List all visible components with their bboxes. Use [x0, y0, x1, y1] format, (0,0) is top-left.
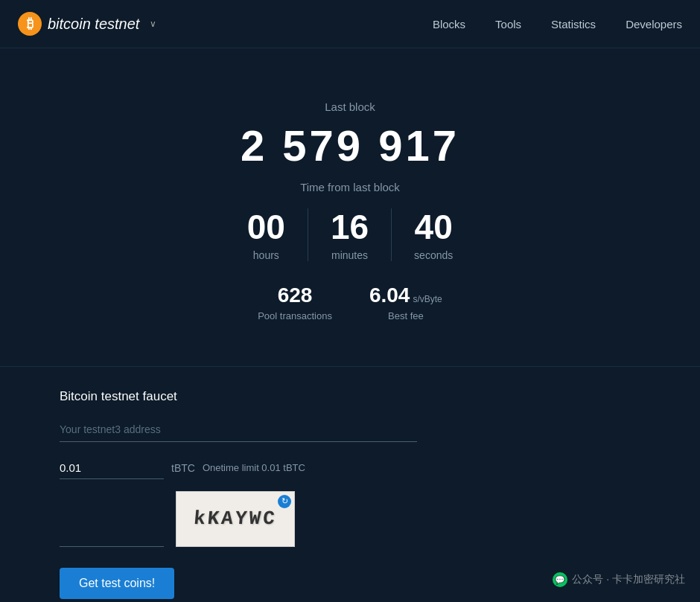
captcha-input-area[interactable] — [60, 491, 164, 547]
nav-tools[interactable]: Tools — [495, 18, 521, 31]
nav-statistics[interactable]: Statistics — [551, 18, 596, 31]
timer-hours: 00 hours — [225, 208, 308, 261]
faucet-title: Bitcoin testnet faucet — [60, 389, 640, 404]
watermark: 💬 公众号 · 卡卡加密研究社 — [553, 572, 685, 587]
wechat-icon: 💬 — [553, 572, 567, 587]
onetime-limit: Onetime limit 0.01 tBTC — [203, 462, 305, 473]
watermark-text: 公众号 · 卡卡加密研究社 — [572, 573, 685, 586]
dropdown-arrow-icon[interactable]: ∨ — [150, 19, 156, 29]
pool-tx-label: Pool transactions — [258, 310, 332, 321]
nav-developers[interactable]: Developers — [626, 18, 682, 31]
hours-value: 00 — [247, 208, 285, 246]
seconds-unit: seconds — [414, 249, 453, 261]
amount-row: tBTC Onetime limit 0.01 tBTC — [60, 457, 640, 479]
hours-unit: hours — [253, 249, 279, 261]
best-fee-value: 6.04 — [369, 284, 410, 307]
timer-seconds: 40 seconds — [392, 208, 475, 261]
get-test-coins-button[interactable]: Get test coins! — [60, 568, 174, 599]
amount-currency: tBTC — [171, 462, 195, 474]
stats-row: 628 Pool transactions 6.04 s/vByte Best … — [258, 284, 442, 321]
logo: ₿ bitcoin testnet ∨ — [18, 12, 156, 36]
captcha-row: kKAYWC ↻ — [60, 491, 640, 547]
bitcoin-icon: ₿ — [18, 12, 42, 36]
timer-row: 00 hours 16 minutes 40 seconds — [225, 208, 476, 261]
last-block-label: Last block — [241, 100, 459, 113]
best-fee-label: Best fee — [388, 310, 424, 321]
minutes-unit: minutes — [331, 249, 368, 261]
time-from-label: Time from last block — [241, 181, 459, 193]
faucet-section: Bitcoin testnet faucet tBTC Onetime limi… — [0, 389, 700, 599]
seconds-value: 40 — [415, 208, 453, 246]
pool-tx-value: 628 — [278, 284, 313, 307]
captcha-refresh-button[interactable]: ↻ — [278, 495, 291, 508]
navbar: ₿ bitcoin testnet ∨ Blocks Tools Statist… — [0, 0, 700, 48]
best-fee-stat: 6.04 s/vByte Best fee — [369, 284, 442, 321]
address-input[interactable] — [60, 417, 417, 442]
amount-input[interactable] — [60, 457, 164, 479]
pool-transactions-stat: 628 Pool transactions — [258, 284, 332, 321]
block-number: 2 579 917 — [241, 121, 459, 170]
nav-links: Blocks Tools Statistics Developers — [433, 18, 682, 31]
captcha-image: kKAYWC ↻ — [176, 491, 295, 547]
best-fee-unit: s/vByte — [413, 294, 442, 304]
site-title: bitcoin testnet — [48, 16, 139, 33]
timer-minutes: 16 minutes — [308, 208, 392, 261]
best-fee-value-row: 6.04 s/vByte — [369, 284, 442, 307]
section-divider — [0, 366, 700, 367]
captcha-text: kKAYWC — [193, 507, 278, 530]
minutes-value: 16 — [331, 208, 369, 246]
main-content: Last block 2 579 917 Time from last bloc… — [0, 48, 700, 599]
nav-blocks[interactable]: Blocks — [433, 18, 465, 31]
